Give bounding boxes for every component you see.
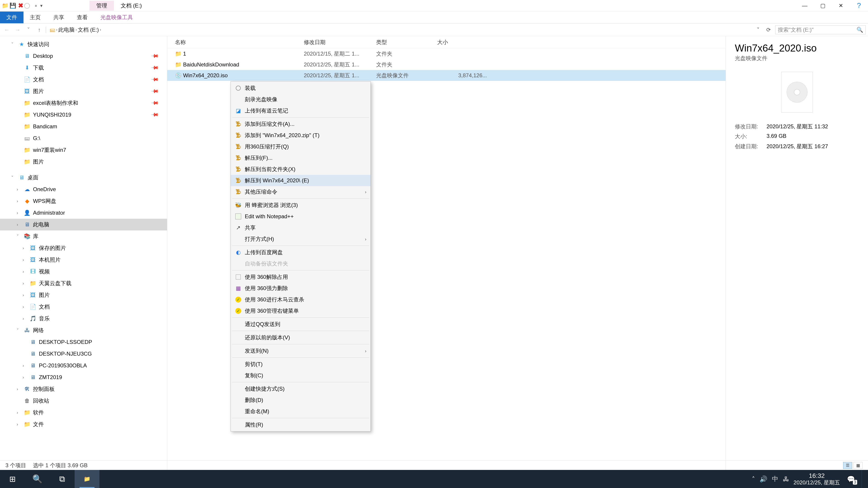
tree-item[interactable]: ›🎵音乐 xyxy=(0,313,167,324)
ribbon-tab-share[interactable]: 共享 xyxy=(47,11,70,23)
ctx-other-zip[interactable]: 🗜其他压缩命令› xyxy=(231,186,370,197)
column-name[interactable]: 名称 xyxy=(175,39,304,46)
tree-control-panel[interactable]: ›🛠控制面板 xyxy=(0,383,167,395)
tree-item[interactable]: 📁win7重装win7 xyxy=(0,144,167,156)
tree-item[interactable]: 📁YUNQISHI2019📌 xyxy=(0,109,167,121)
tree-item[interactable]: ›🖼保存的图片 xyxy=(0,242,167,254)
close-button[interactable]: ✕ xyxy=(832,0,850,11)
ctx-burn[interactable]: 刻录光盘映像 xyxy=(231,94,370,105)
tree-pictures[interactable]: 🖼图片📌 xyxy=(0,86,167,97)
ctx-copy[interactable]: 复制(C) xyxy=(231,370,370,381)
taskbar-clock[interactable]: 16:32 2020/12/25, 星期五 xyxy=(794,472,840,486)
tree-recycle-bin[interactable]: 🗑回收站 xyxy=(0,395,167,407)
action-center-button[interactable]: 💬 xyxy=(844,475,857,483)
ctx-360-trojan[interactable]: ✓使用 360进行木马云查杀 xyxy=(231,294,370,305)
ctx-extract-here[interactable]: 🗜解压到当前文件夹(X) xyxy=(231,164,370,175)
minimize-button[interactable]: — xyxy=(796,0,814,11)
tree-network[interactable]: ˅🖧网络 xyxy=(0,324,167,336)
search-button[interactable]: 🔍 xyxy=(25,470,50,488)
file-row[interactable]: 📁 BaiduNetdiskDownload 2020/12/25, 星期五 1… xyxy=(167,59,725,70)
ctx-cut[interactable]: 剪切(T) xyxy=(231,359,370,370)
ctx-rename[interactable]: 重命名(M) xyxy=(231,406,370,417)
ctx-open-with[interactable]: 打开方式(H)› xyxy=(231,233,370,245)
ctx-delete[interactable]: 删除(D) xyxy=(231,394,370,406)
tree-item[interactable]: ›🎞视频 xyxy=(0,266,167,278)
ctx-upload-youdao[interactable]: ◪上传到有道云笔记 xyxy=(231,105,370,116)
tray-overflow-icon[interactable]: ˄ xyxy=(752,475,755,483)
tree-quick-access[interactable]: ˅★快速访问 xyxy=(0,38,167,50)
breadcrumb-segment[interactable]: 文档 (E:) xyxy=(78,26,99,33)
delete-icon[interactable]: ✖ xyxy=(17,2,24,9)
chevron-right-icon[interactable]: › xyxy=(100,27,101,32)
ctx-properties[interactable]: 属性(R) xyxy=(231,419,370,430)
qat-dropdown-icon[interactable]: ▾ xyxy=(40,3,42,8)
nav-back-button[interactable]: ← xyxy=(2,27,11,33)
tree-item[interactable]: ›📁文件 xyxy=(0,418,167,430)
maximize-button[interactable]: ▢ xyxy=(814,0,832,11)
breadcrumb[interactable]: 🖴 › 此电脑 › 文档 (E:) › xyxy=(48,26,103,33)
ribbon-tab-home[interactable]: 主页 xyxy=(24,11,47,23)
ctx-share[interactable]: ↗共享 xyxy=(231,222,370,233)
ctx-mount[interactable]: 装载 xyxy=(231,83,370,94)
show-desktop-button[interactable] xyxy=(862,470,864,488)
view-icons-button[interactable]: ▦ xyxy=(854,462,863,469)
tree-item[interactable]: 📁图片 xyxy=(0,156,167,168)
tree-item[interactable]: ›📄文档 xyxy=(0,301,167,313)
tree-item[interactable]: 📁excel表格制作求和📌 xyxy=(0,97,167,109)
ctx-add-archive[interactable]: 🗜添加到压缩文件(A)... xyxy=(231,119,370,130)
ctx-360-menu[interactable]: ✓使用 360管理右键菜单 xyxy=(231,305,370,317)
nav-forward-button[interactable]: → xyxy=(13,27,22,33)
ctx-360-release[interactable]: 使用 360解除占用 xyxy=(231,271,370,283)
tree-item[interactable]: ›📁天翼云盘下载 xyxy=(0,278,167,289)
refresh-button[interactable]: ⟳ xyxy=(764,27,774,33)
column-date[interactable]: 修改日期 xyxy=(304,39,376,46)
ribbon-tab-view[interactable]: 查看 xyxy=(70,11,94,23)
ctx-bee-browser[interactable]: 🐝用 蜂蜜浏览器 浏览(3) xyxy=(231,199,370,211)
address-dropdown-icon[interactable]: ˅ xyxy=(754,27,762,33)
ctx-send-to[interactable]: 发送到(N)› xyxy=(231,345,370,357)
tree-item[interactable]: 🖥DESKTOP-LSSOEDP xyxy=(0,336,167,348)
properties-icon[interactable]: ▫ xyxy=(33,2,39,9)
ctx-qq-send[interactable]: 通过QQ发送到 xyxy=(231,319,370,330)
tree-wps[interactable]: ›◆WPS网盘 xyxy=(0,195,167,207)
disk-icon[interactable]: 💾 xyxy=(9,2,16,9)
ctx-open-360zip[interactable]: 🗜用360压缩打开(Q) xyxy=(231,141,370,152)
task-view-button[interactable]: ⧉ xyxy=(50,470,74,488)
nav-up-button[interactable]: ↑ xyxy=(35,27,44,33)
ctx-shortcut[interactable]: 创建快捷方式(S) xyxy=(231,383,370,394)
tree-user[interactable]: ›👤Administrator xyxy=(0,207,167,219)
tree-downloads[interactable]: ⬇下载📌 xyxy=(0,62,167,74)
tree-item[interactable]: ›🖼图片 xyxy=(0,289,167,301)
ctx-add-zip[interactable]: 🗜添加到 "Win7x64_2020.zip" (T) xyxy=(231,130,370,141)
undo-icon[interactable]: ⃝ xyxy=(25,2,32,9)
ctx-notepad[interactable]: Edit with Notepad++ xyxy=(231,211,370,222)
start-button[interactable]: ⊞ xyxy=(0,470,25,488)
volume-icon[interactable]: 🔊 xyxy=(760,475,767,483)
help-icon[interactable]: ? xyxy=(850,0,868,11)
tree-item[interactable]: ›🖼本机照片 xyxy=(0,254,167,266)
tree-item[interactable]: ›📁软件 xyxy=(0,407,167,418)
tree-libraries[interactable]: ˅📚库 xyxy=(0,230,167,242)
chevron-right-icon[interactable]: › xyxy=(56,27,57,32)
file-row-selected[interactable]: 💿 Win7x64_2020.iso 2020/12/25, 星期五 1... … xyxy=(167,70,725,81)
column-type[interactable]: 类型 xyxy=(376,39,437,46)
tree-documents[interactable]: 📄文档📌 xyxy=(0,74,167,86)
taskbar-file-explorer[interactable]: 📁 xyxy=(74,470,99,488)
folder-icon[interactable]: 📁 xyxy=(2,2,8,9)
chevron-right-icon[interactable]: › xyxy=(75,27,77,32)
nav-history-dropdown[interactable]: ˅ xyxy=(24,27,33,33)
search-input[interactable]: 搜索"文档 (E:)" 🔍 xyxy=(775,25,866,34)
tree-onedrive[interactable]: ›☁OneDrive xyxy=(0,184,167,195)
ime-indicator[interactable]: 中 xyxy=(772,475,778,483)
tree-item[interactable]: 🖴G:\ xyxy=(0,132,167,144)
ctx-upload-baidu[interactable]: ◐上传到百度网盘 xyxy=(231,247,370,258)
file-row[interactable]: 📁 1 2020/12/15, 星期二 1... 文件夹 xyxy=(167,48,725,59)
column-size[interactable]: 大小 xyxy=(437,39,487,46)
ctx-restore[interactable]: 还原以前的版本(V) xyxy=(231,332,370,343)
tree-this-pc[interactable]: ›🖥此电脑 xyxy=(0,219,167,230)
tree-desktop-root[interactable]: ˅🖥桌面 xyxy=(0,172,167,184)
breadcrumb-segment[interactable]: 此电脑 xyxy=(58,26,74,33)
ctx-extract-named[interactable]: 🗜解压到 Win7x64_2020\ (E) xyxy=(231,175,370,186)
tree-item[interactable]: 🖥DESKTOP-NJEU3CG xyxy=(0,348,167,360)
tree-desktop[interactable]: 🖥Desktop📌 xyxy=(0,50,167,62)
